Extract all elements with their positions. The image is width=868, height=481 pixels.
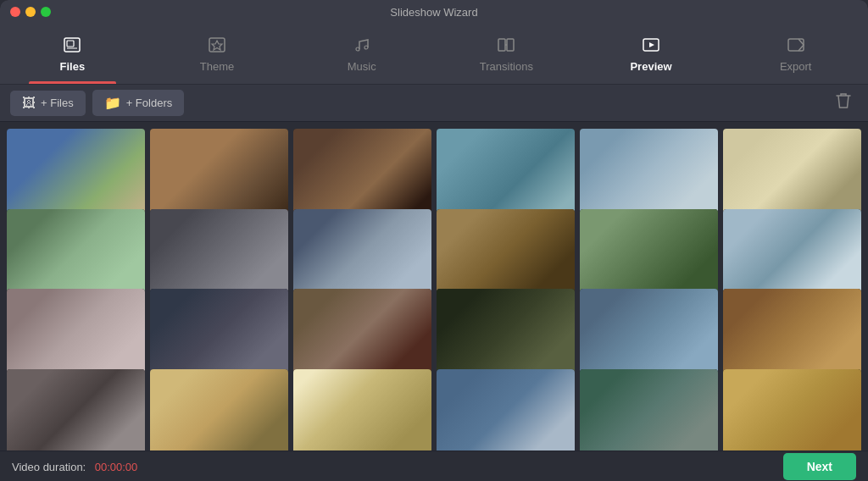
photo-thumbnail <box>150 369 288 451</box>
grid-item[interactable]: ⊞ <box>437 369 575 451</box>
duration-label: Video duration: <box>12 461 86 473</box>
tab-theme-label: Theme <box>200 60 234 73</box>
maximize-button[interactable] <box>41 7 51 17</box>
tab-files-label: Files <box>60 60 86 73</box>
toolbar: 🖼 + Files 📁 + Folders <box>0 85 868 122</box>
photo-thumbnail <box>437 209 575 296</box>
app-title: Slideshow Wizard <box>390 6 477 19</box>
grid-item[interactable]: ⊞ <box>723 369 861 451</box>
tab-music-label: Music <box>348 60 376 73</box>
photo-thumbnail <box>7 209 145 296</box>
photo-grid: ⊞ ⊞ ⊞ ⊞ ⊞ ⊞ <box>0 122 868 451</box>
photo-thumbnail <box>723 289 861 375</box>
photo-thumbnail <box>293 129 431 215</box>
svg-marker-11 <box>649 42 654 47</box>
photo-thumbnail <box>150 289 288 375</box>
tab-theme[interactable]: Theme <box>145 24 290 84</box>
photo-thumbnail <box>723 369 861 451</box>
add-folders-label: + Folders <box>126 97 173 109</box>
add-files-label: + Files <box>41 97 74 109</box>
photo-thumbnail <box>7 129 145 215</box>
photo-thumbnail <box>7 289 145 375</box>
files-btn-icon: 🖼 <box>22 96 36 111</box>
svg-rect-7 <box>498 39 505 51</box>
duration-display: Video duration: 00:00:00 <box>12 459 137 474</box>
photo-thumbnail <box>7 369 145 451</box>
titlebar: Slideshow Wizard <box>0 0 868 24</box>
svg-rect-12 <box>788 39 804 51</box>
duration-value: 00:00:00 <box>95 461 138 473</box>
grid-item[interactable]: ⊞ <box>150 369 288 451</box>
photo-thumbnail <box>723 129 861 215</box>
tab-music[interactable]: Music <box>289 24 434 84</box>
statusbar: Video duration: 00:00:00 Next <box>0 451 868 481</box>
folders-btn-icon: 📁 <box>104 95 121 111</box>
grid-item[interactable]: ⊞ <box>580 369 718 451</box>
transitions-icon <box>497 36 515 57</box>
tab-transitions-label: Transitions <box>480 60 533 73</box>
photo-thumbnail <box>293 369 431 451</box>
files-icon <box>63 36 81 57</box>
nav-tabs: Files Theme Music Transiti <box>0 24 868 85</box>
photo-thumbnail <box>150 209 288 296</box>
photo-thumbnail <box>580 129 718 215</box>
photo-thumbnail <box>580 209 718 296</box>
add-folders-button[interactable]: 📁 + Folders <box>92 90 185 116</box>
tab-transitions[interactable]: Transitions <box>434 24 579 84</box>
grid-item[interactable]: ⊞ <box>293 369 431 451</box>
photo-thumbnail <box>723 209 861 296</box>
svg-rect-1 <box>67 41 74 47</box>
photo-thumbnail <box>437 369 575 451</box>
photo-thumbnail <box>580 289 718 375</box>
delete-button[interactable] <box>829 89 858 117</box>
photo-thumbnail <box>293 289 431 375</box>
export-icon <box>787 36 805 57</box>
photo-thumbnail <box>437 289 575 375</box>
svg-rect-8 <box>507 39 514 51</box>
photo-thumbnail <box>150 129 288 215</box>
tab-preview-label: Preview <box>630 60 671 73</box>
photo-thumbnail <box>293 209 431 296</box>
close-button[interactable] <box>10 7 20 17</box>
photo-thumbnail <box>580 369 718 451</box>
tab-files[interactable]: Files <box>0 24 145 84</box>
theme-icon <box>208 36 226 57</box>
tab-preview[interactable]: Preview <box>579 24 724 84</box>
grid-item[interactable]: ⊞ <box>7 369 145 451</box>
tab-export-label: Export <box>780 60 812 73</box>
tab-export[interactable]: Export <box>723 24 868 84</box>
svg-marker-4 <box>212 41 222 50</box>
music-icon <box>353 36 371 57</box>
photo-thumbnail <box>437 129 575 215</box>
next-button[interactable]: Next <box>783 453 856 480</box>
add-files-button[interactable]: 🖼 + Files <box>10 91 86 116</box>
traffic-lights <box>10 7 51 17</box>
preview-icon <box>642 36 660 57</box>
minimize-button[interactable] <box>25 7 36 17</box>
